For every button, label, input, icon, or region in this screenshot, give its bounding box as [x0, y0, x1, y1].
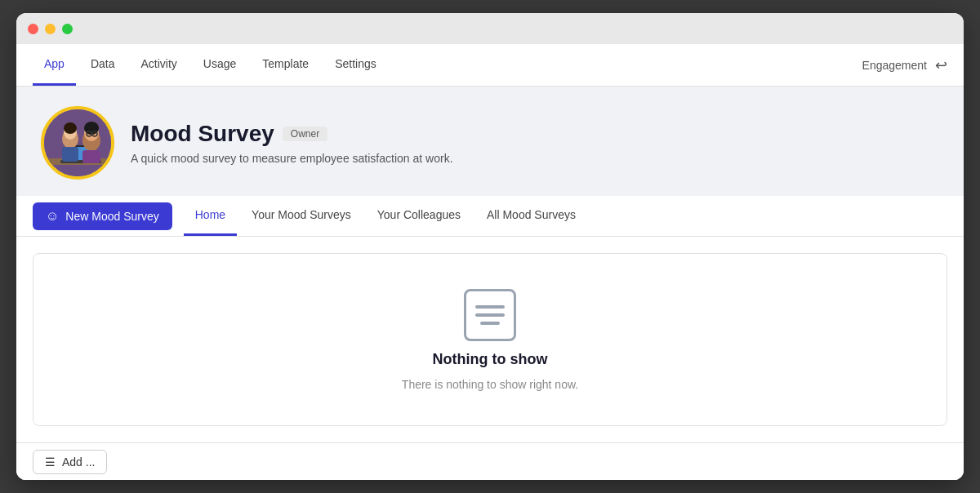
new-mood-survey-button[interactable]: ☺ New Mood Survey [33, 202, 172, 230]
avatar-image [44, 109, 111, 176]
smiley-icon: ☺ [46, 209, 59, 224]
top-nav-bar: App Data Activity Usage Template Setting… [16, 44, 964, 87]
minimize-button[interactable] [45, 24, 56, 34]
add-icon: ☰ [45, 455, 56, 469]
nav-right: Engagement ↩ [862, 56, 947, 74]
app-window: App Data Activity Usage Template Setting… [16, 13, 964, 480]
empty-state-container: Nothing to show There is nothing to show… [33, 253, 947, 426]
owner-badge: Owner [283, 127, 327, 141]
title-row: Mood Survey Owner [131, 121, 453, 147]
sub-tab-your-colleagues[interactable]: Your Colleagues [366, 196, 472, 236]
sub-tab-your-mood-surveys[interactable]: Your Mood Surveys [240, 196, 363, 236]
nav-tab-data[interactable]: Data [79, 44, 127, 86]
icon-line-1 [475, 305, 505, 309]
title-bar [16, 13, 964, 44]
back-icon[interactable]: ↩ [935, 56, 947, 74]
nav-tab-app[interactable]: App [33, 44, 76, 86]
app-info: Mood Survey Owner A quick mood survey to… [131, 121, 453, 165]
nav-tab-settings[interactable]: Settings [323, 44, 388, 86]
content-area: ☺ New Mood Survey Home Your Mood Surveys… [16, 196, 964, 480]
sub-nav: ☺ New Mood Survey Home Your Mood Surveys… [16, 196, 964, 237]
nav-tab-template[interactable]: Template [251, 44, 320, 86]
svg-rect-7 [62, 147, 78, 162]
nav-tabs: App Data Activity Usage Template Setting… [33, 44, 388, 86]
icon-line-3 [480, 322, 500, 325]
app-header: Mood Survey Owner A quick mood survey to… [16, 87, 964, 196]
new-survey-label: New Mood Survey [65, 210, 158, 223]
icon-line-2 [475, 313, 505, 317]
maximize-button[interactable] [62, 24, 73, 34]
empty-state-title: Nothing to show [433, 351, 548, 368]
svg-point-11 [64, 122, 77, 134]
empty-state-icon [464, 289, 516, 341]
add-button[interactable]: ☰ Add ... [33, 450, 107, 474]
sub-tab-home[interactable]: Home [184, 196, 237, 236]
add-button-label: Add ... [62, 455, 95, 469]
footer-bar: ☰ Add ... [16, 442, 964, 480]
close-button[interactable] [28, 24, 38, 34]
engagement-label: Engagement [862, 59, 927, 72]
sub-tab-all-mood-surveys[interactable]: All Mood Surveys [475, 196, 587, 236]
empty-state-subtitle: There is nothing to show right now. [402, 378, 578, 391]
main-content: Nothing to show There is nothing to show… [16, 237, 964, 442]
nav-tab-activity[interactable]: Activity [130, 44, 189, 86]
svg-rect-10 [82, 150, 100, 163]
avatar [41, 106, 114, 180]
svg-rect-0 [44, 109, 114, 180]
app-title: Mood Survey [131, 121, 274, 147]
app-description: A quick mood survey to measure employee … [131, 152, 453, 165]
nav-tab-usage[interactable]: Usage [192, 44, 247, 86]
